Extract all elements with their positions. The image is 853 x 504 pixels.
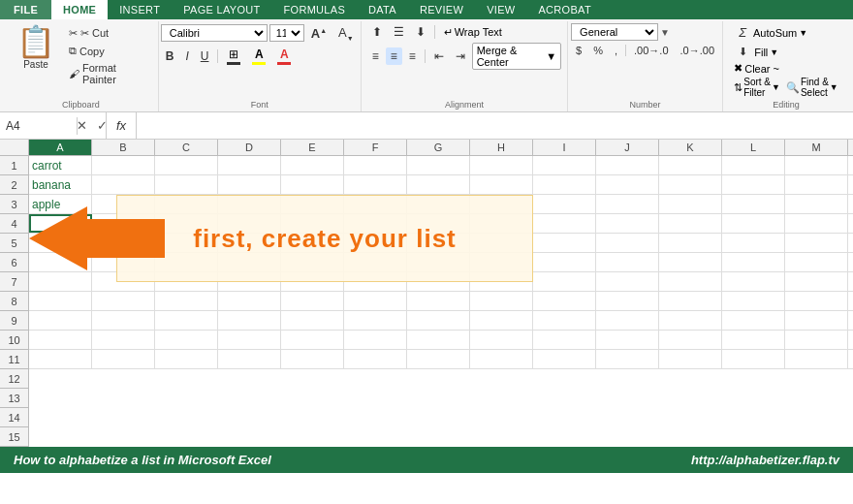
row-header-13[interactable]: 13 [0,389,29,408]
cell-e1[interactable] [281,156,344,174]
cell-g4[interactable] [407,214,470,233]
font-color-button[interactable]: A [272,46,296,67]
cell-k1[interactable] [659,156,722,174]
cell-f4[interactable] [344,214,407,233]
cell-a5[interactable] [29,234,92,252]
increase-decimal-button[interactable]: .0→.00 [676,43,719,58]
row-header-4[interactable]: 4 [0,214,29,234]
cell-k2[interactable] [659,175,722,194]
cell-a2[interactable]: banana [29,175,92,194]
cell-h4[interactable] [470,214,533,233]
cell-b2[interactable] [92,175,155,194]
cell-a4[interactable] [29,214,92,233]
underline-button[interactable]: U [196,47,214,65]
border-button[interactable]: ⊞ [222,46,245,67]
decrease-indent-button[interactable]: ⇤ [429,47,449,65]
cell-c3[interactable] [155,195,218,213]
row-header-14[interactable]: 14 [0,408,29,427]
col-header-d[interactable]: D [218,140,281,155]
tab-review[interactable]: REVIEW [408,0,475,19]
cell-g3[interactable] [407,195,470,213]
cell-j2[interactable] [596,175,659,194]
row-header-15[interactable]: 15 [0,427,29,447]
cell-b4[interactable] [92,214,155,233]
name-box[interactable]: A4 [0,117,78,135]
col-header-l[interactable]: L [722,140,785,155]
col-header-k[interactable]: K [659,140,722,155]
tab-page-layout[interactable]: PAGE LAYOUT [172,0,271,19]
cell-f3[interactable] [344,195,407,213]
tab-insert[interactable]: INSERT [108,0,172,19]
col-header-g[interactable]: G [407,140,470,155]
align-center-button[interactable]: ≡ [386,47,402,65]
cell-e2[interactable] [281,175,344,194]
cell-j3[interactable] [596,195,659,213]
row-header-7[interactable]: 7 [0,272,29,292]
cell-e3[interactable] [281,195,344,213]
italic-button[interactable]: I [180,47,193,65]
row-header-10[interactable]: 10 [0,331,29,350]
row-header-6[interactable]: 6 [0,253,29,272]
row-header-3[interactable]: 3 [0,195,29,214]
align-left-button[interactable]: ≡ [367,47,384,65]
number-format-select[interactable]: General [571,23,658,41]
merge-center-button[interactable]: Merge & Center ▼ [472,43,561,70]
cell-c4[interactable] [155,214,218,233]
row-header-9[interactable]: 9 [0,311,29,331]
cell-d1[interactable] [218,156,281,174]
col-header-h[interactable]: H [470,140,533,155]
cell-c1[interactable] [155,156,218,174]
col-header-b[interactable]: B [92,140,155,155]
col-header-e[interactable]: E [281,140,344,155]
cell-h1[interactable] [470,156,533,174]
cell-d4[interactable] [218,214,281,233]
format-painter-button[interactable]: 🖌 Format Painter [64,60,152,87]
cut-button[interactable]: ✂ ✂ Cut [64,25,152,42]
fill-color-button[interactable]: A [247,46,270,67]
align-right-button[interactable]: ≡ [404,47,421,65]
tab-data[interactable]: DATA [357,0,408,19]
tab-home[interactable]: HOME [51,0,108,19]
font-family-select[interactable]: Calibri [161,24,268,42]
cell-h3[interactable] [470,195,533,213]
bold-button[interactable]: B [161,47,179,65]
clear-label[interactable]: Clear ~ [744,63,779,75]
cell-l3[interactable] [722,195,785,213]
col-header-c[interactable]: C [155,140,218,155]
align-middle-button[interactable]: ☰ [389,23,409,41]
cell-f2[interactable] [344,175,407,194]
align-top-button[interactable]: ⬆ [367,23,387,41]
cell-m3[interactable] [785,195,848,213]
increase-indent-button[interactable]: ⇥ [451,47,470,65]
font-shrink-button[interactable]: A▼ [333,23,359,44]
font-grow-button[interactable]: A▲ [306,24,332,43]
cell-a1[interactable]: carrot [29,156,92,174]
formula-input[interactable] [137,117,853,135]
cell-j1[interactable] [596,156,659,174]
decrease-decimal-button[interactable]: .00→.0 [629,43,673,58]
cell-b1[interactable] [92,156,155,174]
autosum-button[interactable]: Σ [734,23,751,42]
row-header-2[interactable]: 2 [0,175,29,195]
cell-l2[interactable] [722,175,785,194]
cell-l1[interactable] [722,156,785,174]
cell-m2[interactable] [785,175,848,194]
cell-m4[interactable] [785,214,848,233]
col-header-f[interactable]: F [344,140,407,155]
cell-g2[interactable] [407,175,470,194]
cell-g1[interactable] [407,156,470,174]
cell-m1[interactable] [785,156,848,174]
percent-button[interactable]: % [588,43,608,58]
cell-i4[interactable] [533,214,596,233]
cell-i2[interactable] [533,175,596,194]
comma-button[interactable]: , [610,43,622,58]
cell-j4[interactable] [596,214,659,233]
sort-filter-button[interactable]: ⇅ Sort &Filter ▼ [734,77,780,98]
file-tab[interactable]: FILE [0,0,51,19]
col-header-a[interactable]: A [29,140,92,155]
row-header-11[interactable]: 11 [0,350,29,369]
row-header-8[interactable]: 8 [0,292,29,311]
cell-d2[interactable] [218,175,281,194]
currency-button[interactable]: $ [571,43,586,58]
cell-h2[interactable] [470,175,533,194]
